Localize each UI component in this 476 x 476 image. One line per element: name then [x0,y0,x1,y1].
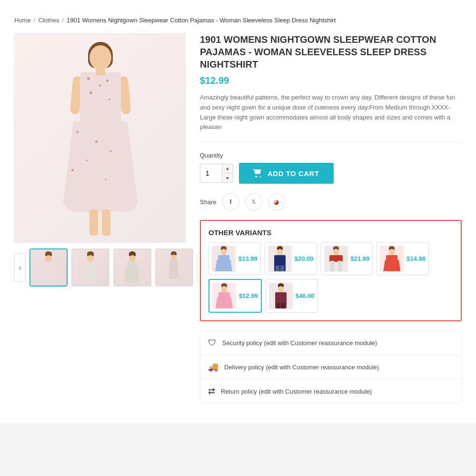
quantity-input[interactable]: 1 [200,164,222,183]
variant-card-1[interactable]: $13.99 [208,242,261,275]
product-description: Amazingly beautiful patterns, the perfec… [200,93,462,142]
return-policy-item: ⇄ Return policy (edit with Customer reas… [200,379,461,403]
svg-point-1 [260,176,261,178]
return-policy-text: Return policy (edit with Customer reassu… [221,388,372,395]
delivery-policy-text: Delivery policy (edit with Customer reas… [224,364,379,371]
variant-price-1: $13.99 [238,255,258,262]
share-label: Share [200,198,217,206]
quantity-input-box: 1 ▲ ▼ [200,164,233,183]
shield-icon: 🛡 [208,338,217,348]
security-policy-item: 🛡 Security policy (edit with Customer re… [200,331,461,355]
thumb-prev-arrow[interactable]: ‹ [14,253,26,282]
variant-price-5: $12.99 [239,292,258,299]
quantity-label: Quantity [200,152,462,159]
quantity-row: 1 ▲ ▼ ADD TO CART [200,163,462,184]
thumbnail-3[interactable] [113,248,151,287]
security-policy-text: Security policy (edit with Customer reas… [222,339,377,347]
variant-card-2[interactable]: $20.00 [265,242,317,275]
breadcrumb-category[interactable]: Clothes [38,17,59,24]
variant-card-5[interactable]: $12.99 [208,279,262,313]
policy-list: 🛡 Security policy (edit with Customer re… [200,331,462,404]
product-layout: ‹ [14,33,462,404]
truck-icon: 🚚 [208,362,218,372]
product-info: 1901 WOMENS NIGHTGOWN SLEEPWEAR COTTON P… [200,33,462,404]
share-row: Share f 𝕏 ◕ [200,193,462,210]
facebook-icon: f [230,198,232,206]
twitter-share-button[interactable]: 𝕏 [245,193,262,210]
thumbnail-4[interactable] [155,248,193,287]
thumbnails-row: ‹ [14,248,186,287]
pinterest-share-button[interactable]: ◕ [268,193,285,210]
svg-point-0 [256,176,258,178]
other-variants-section: OTHER VARIANTS $13.99 [200,220,462,321]
variants-title: OTHER VARIANTS [208,228,453,237]
breadcrumb-product: 1901 Womens Nightgown Sleepwear Cotton P… [67,17,336,24]
add-to-cart-button[interactable]: ADD TO CART [239,163,334,184]
product-images: ‹ [14,33,186,287]
breadcrumb: Home / Clothes / 1901 Womens Nightgown S… [14,10,462,33]
product-title: 1901 WOMENS NIGHTGOWN SLEEPWEAR COTTON P… [200,33,462,70]
product-price: $12.99 [200,75,462,86]
page-wrapper: Home / Clothes / 1901 Womens Nightgown S… [0,0,476,423]
quantity-up-arrow[interactable]: ▲ [222,164,233,173]
quantity-down-arrow[interactable]: ▼ [222,173,233,183]
facebook-share-button[interactable]: f [222,193,239,210]
return-icon: ⇄ [208,386,215,397]
cart-icon [253,169,263,178]
variant-price-6: $46.00 [296,292,315,299]
variant-card-6[interactable]: $46.00 [266,279,318,313]
thumbnail-2[interactable] [71,248,109,287]
variant-price-4: $14.98 [407,255,426,262]
pinterest-icon: ◕ [274,198,279,206]
breadcrumb-home[interactable]: Home [14,17,31,24]
variant-card-4[interactable]: $14.98 [377,242,429,275]
delivery-policy-item: 🚚 Delivery policy (edit with Customer re… [200,355,461,379]
thumbnail-1[interactable] [30,248,68,287]
variant-price-2: $20.00 [295,255,314,262]
variant-price-3: $21.99 [351,255,370,262]
variants-grid: $13.99 $20.00 [208,242,453,313]
variant-card-3[interactable]: $21.99 [321,242,373,275]
main-product-image [14,33,186,243]
twitter-icon: 𝕏 [251,198,256,205]
